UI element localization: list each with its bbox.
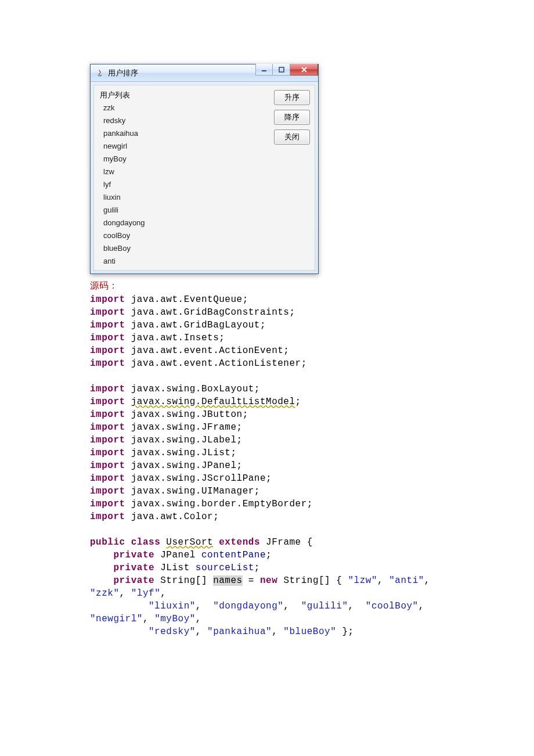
list-item[interactable]: liuxin <box>99 191 268 204</box>
close-button[interactable]: 关闭 <box>274 129 310 145</box>
sort-desc-button[interactable]: 降序 <box>274 110 310 125</box>
window-title: 用户排序 <box>108 68 255 78</box>
minimize-button[interactable] <box>255 64 273 75</box>
maximize-button[interactable] <box>273 64 290 75</box>
list-item[interactable]: lyf <box>99 178 268 191</box>
list-item[interactable]: lzw <box>99 165 268 178</box>
list-item[interactable]: blueBoy <box>99 242 268 255</box>
app-window: 用户排序 用户列表 zzkredskypankaihuanewgirlmyBoy… <box>90 64 319 274</box>
minimize-icon <box>261 67 267 73</box>
list-item[interactable]: zzk <box>99 102 268 114</box>
svg-rect-1 <box>279 67 284 72</box>
list-item[interactable]: redsky <box>99 114 268 127</box>
java-app-icon <box>95 69 104 78</box>
list-item[interactable]: coolBoy <box>99 229 268 242</box>
svg-rect-0 <box>262 70 266 71</box>
window-titlebar[interactable]: 用户排序 <box>91 64 318 82</box>
source-code-heading: 源码： <box>90 280 444 292</box>
list-item[interactable]: dongdayong <box>99 217 268 229</box>
list-item[interactable]: gulili <box>99 204 268 217</box>
source-code: import java.awt.EventQueue; import java.… <box>90 293 444 638</box>
list-item[interactable]: newgirl <box>99 140 268 153</box>
maximize-icon <box>279 67 284 73</box>
list-item[interactable]: anti <box>99 255 268 268</box>
list-panel: 用户列表 zzkredskypankaihuanewgirlmyBoylzwly… <box>99 90 268 265</box>
button-column: 升序 降序 关闭 <box>274 90 310 265</box>
user-jlist[interactable]: zzkredskypankaihuanewgirlmyBoylzwlyfliux… <box>99 102 268 268</box>
close-window-button[interactable] <box>290 64 318 75</box>
content-pane: 用户列表 zzkredskypankaihuanewgirlmyBoylzwly… <box>93 85 315 271</box>
sort-asc-button[interactable]: 升序 <box>274 90 310 105</box>
list-item[interactable]: pankaihua <box>99 127 268 140</box>
list-item[interactable]: myBoy <box>99 153 268 165</box>
window-border-inset: 用户列表 zzkredskypankaihuanewgirlmyBoylzwly… <box>91 82 318 273</box>
list-label: 用户列表 <box>99 90 268 102</box>
close-icon <box>301 66 308 73</box>
window-controls <box>255 64 318 81</box>
